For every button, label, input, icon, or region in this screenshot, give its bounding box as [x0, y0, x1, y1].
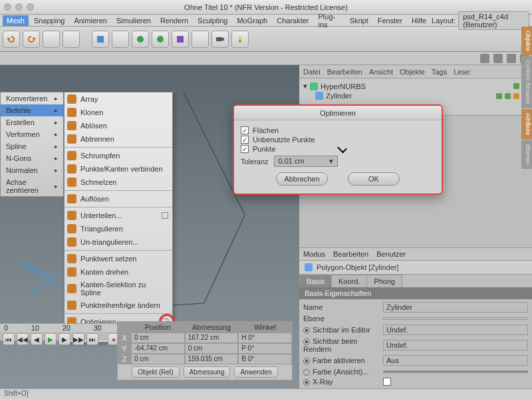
tool-button[interactable] [63, 31, 80, 48]
dd-ngons[interactable]: N-Gons▸ [1, 152, 63, 164]
hdr-datei[interactable]: Datei [303, 68, 321, 76]
goto-start-button[interactable]: ⏮ [3, 333, 15, 345]
hdr-tags[interactable]: Tags [432, 68, 447, 76]
menu-charakter[interactable]: Charakter [273, 15, 313, 26]
view-icon[interactable] [493, 54, 503, 63]
tolerance-input[interactable]: 0.01 cm▾ [274, 156, 338, 167]
coord-mode-select[interactable]: Objekt (Rel) [132, 366, 179, 378]
close-icon[interactable] [4, 3, 11, 11]
menu-fenster[interactable]: Fenster [374, 15, 406, 26]
submenu-item[interactable]: Array [65, 92, 172, 106]
tree-row[interactable]: Zylinder [303, 91, 528, 100]
expand-icon[interactable]: ▾ [303, 82, 307, 90]
next-key-button[interactable]: ▶▶ [72, 333, 84, 345]
submenu-item[interactable]: Unterteilen... [65, 209, 172, 222]
tree-row[interactable]: ▾HyperNURBS [303, 81, 528, 91]
light-button[interactable] [231, 31, 249, 48]
cube-primitive-button[interactable] [92, 31, 109, 48]
coord-input[interactable]: 0 cm [131, 332, 185, 343]
prop-vis-editor-select[interactable]: Undef. [383, 325, 528, 335]
camera-button[interactable] [211, 31, 229, 48]
menu-snapping[interactable]: Snapping [30, 15, 69, 26]
dd-befehle[interactable]: Befehle▸ [1, 104, 63, 116]
submenu-item[interactable]: Triangulieren [65, 222, 172, 235]
submenu-item[interactable]: Schrumpfen [65, 149, 172, 162]
prop-xray-checkbox[interactable] [383, 378, 528, 386]
prop-ebene-input[interactable] [383, 317, 528, 320]
next-frame-button[interactable]: ▶ [59, 333, 70, 345]
submenu-item[interactable]: Ablösen [65, 119, 172, 132]
coord-input[interactable]: 159.035 cm [185, 354, 239, 364]
checkbox[interactable] [241, 126, 249, 134]
generator-button[interactable] [152, 31, 169, 48]
menu-plugins[interactable]: Plug-ins [315, 11, 344, 30]
prop-vis-render-select[interactable]: Undef. [383, 340, 528, 350]
hdr-ansicht[interactable]: Ansicht [369, 68, 393, 76]
dd-konvertieren[interactable]: Konvertieren▸ [1, 92, 63, 104]
menu-sculpting[interactable]: Sculpting [194, 15, 231, 26]
dd-verformen[interactable]: Verformen▸ [1, 128, 63, 140]
attr-benutzer[interactable]: Benutzer [376, 250, 406, 258]
submenu-item[interactable]: Klonen [65, 106, 172, 119]
spline-button[interactable] [112, 31, 129, 48]
cancel-button[interactable]: Abbrechen [276, 172, 328, 186]
tab-basis[interactable]: Basis [299, 275, 332, 287]
checkbox[interactable] [241, 136, 249, 144]
minimize-icon[interactable] [15, 3, 23, 11]
coord-input[interactable]: 167.22 cm [185, 332, 239, 343]
hdr-bearbeiten[interactable]: Bearbeiten [327, 68, 362, 76]
traffic-lights[interactable] [4, 3, 34, 11]
submenu-item[interactable]: Punktwert setzen [65, 252, 172, 265]
checkbox-row[interactable]: Flächen [241, 126, 435, 135]
attr-bearbeiten[interactable]: Bearbeiten [333, 250, 368, 258]
prev-frame-button[interactable]: ◀ [31, 333, 43, 345]
coord-size-select[interactable]: Abmessung [184, 366, 231, 378]
zoom-icon[interactable] [27, 3, 34, 11]
coord-input[interactable]: B 0° [238, 354, 292, 364]
prop-color-act-select[interactable]: Aus [383, 355, 528, 366]
side-tab-objekte[interactable]: Objekte [521, 27, 532, 55]
checkbox-row[interactable]: Punkte [241, 144, 435, 154]
dd-achse[interactable]: Achse zentrieren▸ [1, 176, 63, 196]
view-icon[interactable] [480, 54, 489, 63]
tab-koord[interactable]: Koord. [331, 275, 367, 287]
menu-simulieren[interactable]: Simulieren [112, 15, 155, 26]
tab-phong[interactable]: Phong [366, 275, 402, 287]
play-button[interactable]: ▶ [45, 333, 57, 345]
menu-mograph[interactable]: MoGraph [233, 15, 271, 26]
menu-rendern[interactable]: Rendern [156, 15, 192, 26]
coord-input[interactable]: H 0° [238, 332, 292, 343]
submenu-item[interactable]: Abtrennen [65, 132, 172, 146]
hdr-objekte[interactable]: Objekte [400, 68, 425, 76]
redo-button[interactable] [23, 31, 40, 48]
menu-mesh[interactable]: Mesh [3, 15, 29, 26]
coord-input[interactable]: 0 cm [185, 343, 239, 354]
menu-hilfe[interactable]: Hilfe [408, 15, 430, 26]
prop-name-input[interactable]: Zylinder [383, 302, 528, 313]
side-tab-ebenen[interactable]: Ebenen [521, 140, 532, 169]
menu-animieren[interactable]: Animieren [70, 15, 111, 26]
nurbs-button[interactable] [132, 31, 149, 48]
coord-input[interactable]: 0 cm [131, 354, 185, 364]
submenu-item[interactable]: Un-triangulieren... [65, 235, 172, 249]
undo-button[interactable] [3, 31, 20, 48]
hdr-lese[interactable]: Lese: [454, 68, 471, 76]
environment-button[interactable] [192, 31, 209, 48]
submenu-item[interactable]: Punktreihenfolge ändern [65, 299, 172, 312]
goto-end-button[interactable]: ⏭ [86, 333, 98, 345]
dd-normalen[interactable]: Normalen▸ [1, 164, 63, 176]
checkbox-row[interactable]: Unbenutzte Punkte [241, 135, 435, 144]
checkbox[interactable] [241, 145, 249, 153]
coord-input[interactable]: -64.742 cm [131, 343, 185, 354]
submenu-item[interactable]: Auflösen [65, 192, 172, 205]
tool-button[interactable] [43, 31, 60, 48]
view-icon[interactable] [507, 54, 516, 63]
prop-color-swatch[interactable] [383, 370, 528, 373]
submenu-item[interactable]: Schmelzen [65, 176, 172, 189]
side-tab-content[interactable]: Content Browser [521, 56, 532, 108]
menu-skript[interactable]: Skript [346, 15, 372, 26]
dd-spline[interactable]: Spline▸ [1, 140, 63, 152]
dd-erstellen[interactable]: Erstellen▸ [1, 116, 63, 128]
options-hint-icon[interactable] [162, 212, 168, 219]
layout-select[interactable]: psd_R14_c4d (Benutzer) [458, 11, 529, 30]
